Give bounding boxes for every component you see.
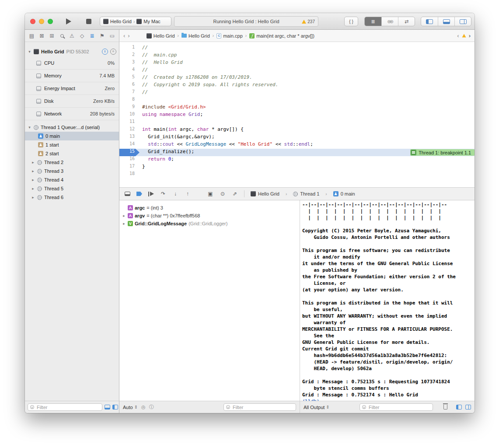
navigator-filter-field[interactable] [28,403,102,411]
deactivate-breakpoints-button[interactable] [136,192,142,196]
code-line[interactable]: 12int main(int argc, char * argv[]) { [119,126,475,134]
symbol-navigator-icon[interactable]: ⊞ [47,33,57,39]
code-line[interactable]: 15 Grid_finalize();Thread 1: breakpoint … [119,149,475,156]
line-number[interactable]: 5 [119,74,140,82]
simulate-location-button[interactable]: ⇗ [232,191,238,197]
line-number[interactable]: 10 [119,112,140,119]
gauge-row-network[interactable]: Network 208 bytes/s [25,108,119,120]
view-mode-icon[interactable]: ≡ [110,49,116,55]
disclosure-open-icon[interactable]: ▾ [28,49,31,54]
gauge-row-cpu[interactable]: CPU 0% [25,57,119,70]
navigator-filter-input[interactable] [36,404,100,410]
disclosure-open-icon[interactable]: ▾ [28,125,31,130]
line-number[interactable]: 9 [119,104,140,112]
code-line[interactable]: 7// [119,89,475,97]
variable-row[interactable]: ▸ V Grid::GridLogMessage (Grid::GridLogg… [119,220,300,228]
scheme-selector[interactable]: Hello Grid › My Mac [100,17,171,26]
back-button[interactable]: ‹ [123,32,125,39]
stack-frame-row[interactable]: ♟ 2 start [25,149,119,158]
line-number[interactable]: 11 [119,119,140,126]
code-line[interactable]: 16 return 0; [119,156,475,164]
standard-editor-button[interactable]: ≣ [365,17,381,26]
debug-crumb-app[interactable]: Hello Grid [251,191,279,196]
jumpbar-crumb-project[interactable]: Hello Grid [147,33,175,38]
continue-button[interactable] [148,192,154,196]
line-number[interactable]: 18 [119,171,140,178]
warning-count-button[interactable]: 237 [302,19,315,24]
gauge-row-energy[interactable]: Energy Impact Zero [25,82,119,95]
line-number[interactable]: 8 [119,97,140,104]
line-number[interactable]: 4 [119,67,140,74]
console-view[interactable]: --|--|--|--|--|--|--|--|--|--|--|--|--|-… [300,200,475,401]
code-line[interactable]: 1// [119,45,475,52]
toggle-debug-area-button[interactable] [438,17,454,26]
code-line[interactable]: 5// Created by s1786208 on 17/03/2019. [119,74,475,82]
variables-filter-input[interactable] [232,404,293,410]
code-line[interactable]: 10using namespace Grid; [119,112,475,119]
code-snippet-button[interactable]: { } [344,17,358,26]
memory-graph-button[interactable]: ⊙ [220,191,226,197]
code-line[interactable]: 14 std::cout << GridLogMessage << "Hello… [119,141,475,149]
next-issue-button[interactable]: › [469,32,471,39]
disclosure-closed-icon[interactable]: ▸ [31,169,35,173]
minimize-button[interactable] [39,19,44,24]
clear-console-button[interactable] [443,405,447,410]
console-filter-input[interactable] [368,404,430,410]
line-number[interactable]: 13 [119,134,140,141]
disclosure-closed-icon[interactable]: ▸ [31,195,35,200]
line-number[interactable]: 16 [119,156,140,164]
thread-row[interactable]: ▸ Thread 5 [25,184,119,193]
disclosure-closed-icon[interactable]: ▸ [31,178,35,182]
pause-process-icon[interactable]: ‖ [102,49,108,55]
code-line[interactable]: 2// main.cpp [119,52,475,60]
code-line[interactable]: 8 [119,97,475,104]
code-line[interactable]: 17} [119,164,475,171]
quick-look-button[interactable]: ◎ [141,404,146,410]
debug-navigator-icon[interactable]: ≣ [87,33,97,39]
toggle-variables-view-button[interactable] [456,405,462,410]
source-editor[interactable]: 1//2// main.cpp3// Hello Grid4//5// Crea… [119,42,475,187]
debug-crumb-frame[interactable]: ♟ 0 main [333,191,355,196]
version-editor-button[interactable]: ⇄ [398,17,415,26]
variables-filter-field[interactable] [223,403,296,411]
close-button[interactable] [30,19,35,24]
breakpoint-marker[interactable]: 15 [119,149,140,156]
variable-row[interactable]: ▸ A argv = (char **) 0x7ffeefbff568 [119,212,300,220]
issue-navigator-icon[interactable]: ⚠ [67,33,77,39]
thread-row[interactable]: ▸ Thread 4 [25,175,119,184]
code-line[interactable]: 4// [119,67,475,74]
step-over-button[interactable]: ↷ [160,191,166,197]
previous-issue-button[interactable]: ‹ [457,32,459,39]
debug-view-hierarchy-button[interactable]: ▣ [207,191,213,197]
line-number[interactable]: 7 [119,89,140,97]
thread-row[interactable]: ▸ Thread 3 [25,167,119,175]
project-navigator-icon[interactable]: ▤ [27,33,37,39]
code-line[interactable]: 3// Hello Grid [119,60,475,67]
jumpbar-crumb-group[interactable]: Hello Grid [181,33,210,38]
jumpbar-crumb-file[interactable]: C main.cpp [216,33,243,38]
zoom-button[interactable] [48,19,53,24]
line-number[interactable]: 2 [119,52,140,60]
thread-row[interactable]: ▸ Thread 6 [25,193,119,202]
variable-row[interactable]: A argc = (int) 3 [119,204,300,212]
disclosure-closed-icon[interactable]: ▸ [31,160,35,164]
toggle-navigator-button[interactable] [421,17,438,26]
line-number[interactable]: 1 [119,45,140,52]
process-row[interactable]: ▾ Hello Grid PID 55302 ‖ ≡ [25,46,119,57]
step-into-button[interactable]: ↓ [172,191,178,197]
toggle-inspector-button[interactable] [454,17,471,26]
code-line[interactable]: 13 Grid_init(&argc,&argv); [119,134,475,141]
line-number[interactable]: 17 [119,164,140,171]
code-line[interactable]: 6// Copyright © 2019 sopa. All rights re… [119,82,475,89]
disclosure-closed-icon[interactable]: ▸ [122,214,126,218]
line-number[interactable]: 6 [119,82,140,89]
filter-toggle-icon-2[interactable] [112,405,118,410]
disclosure-closed-icon[interactable]: ▸ [122,221,126,226]
code-line[interactable]: 18 [119,171,475,178]
jumpbar-crumb-symbol[interactable]: ƒ main(int argc, char * argv[]) [249,33,314,38]
source-control-navigator-icon[interactable]: ⊠ [37,33,47,39]
code-line[interactable]: 11 [119,119,475,126]
gauge-row-disk[interactable]: Disk Zero KB/s [25,95,119,108]
gauge-row-memory[interactable]: Memory 7.4 MB [25,70,119,82]
stack-frame-row[interactable]: ♟ 1 start [25,140,119,149]
